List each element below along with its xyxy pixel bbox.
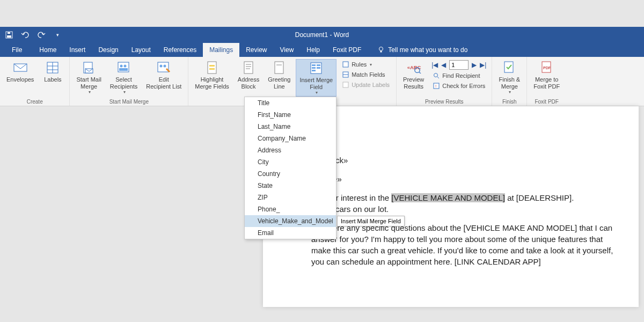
svg-point-13: [120, 65, 122, 68]
merge-field-option[interactable]: Address: [245, 144, 336, 156]
tab-references[interactable]: References: [157, 43, 203, 57]
address-block-button[interactable]: Address Block: [235, 59, 262, 91]
greeting-line-label: Greeting Line: [268, 76, 290, 90]
merge-field-option[interactable]: Title: [245, 97, 336, 109]
svg-rect-30: [317, 64, 320, 66]
tab-design[interactable]: Design: [92, 43, 125, 57]
svg-rect-45: [504, 62, 513, 72]
merge-field-option[interactable]: Vehicle_Make_and_Model: [245, 215, 336, 227]
tab-review[interactable]: Review: [239, 43, 273, 57]
svg-rect-21: [209, 68, 215, 70]
start-mail-merge-label: Start Mail Merge: [76, 76, 101, 90]
svg-rect-4: [380, 51, 382, 53]
svg-rect-2: [8, 32, 10, 34]
tab-foxit-pdf[interactable]: Foxit PDF: [326, 43, 368, 57]
insert-merge-field-button[interactable]: Insert Merge Field▾: [296, 59, 336, 97]
labels-icon: [45, 60, 60, 75]
group-foxit-label: Foxit PDF: [535, 99, 558, 105]
merge-field-option[interactable]: Phone_: [245, 203, 336, 215]
merge-field-option[interactable]: Country: [245, 168, 336, 180]
labels-label: Labels: [44, 76, 61, 83]
address-block-field: essBlock»: [311, 155, 617, 166]
qat-customize-icon[interactable]: ▾: [53, 30, 62, 40]
first-record-icon[interactable]: |◀: [431, 61, 438, 69]
save-icon[interactable]: [4, 30, 14, 40]
record-nav: |◀ ◀ ▶ ▶|: [431, 60, 486, 70]
last-record-icon[interactable]: ▶|: [480, 61, 486, 69]
svg-line-40: [419, 72, 421, 74]
insert-merge-field-label: Insert Merge Field: [299, 77, 333, 90]
envelopes-button[interactable]: Envelopes: [3, 59, 37, 84]
svg-point-17: [160, 65, 163, 68]
preview-results-icon: «ABC»: [406, 60, 421, 75]
chevron-down-icon: ▾: [123, 90, 126, 94]
tab-file[interactable]: File: [5, 43, 28, 57]
update-labels-label: Update Labels: [352, 82, 390, 88]
edit-recipients-icon: [156, 60, 171, 75]
tab-insert[interactable]: Insert: [63, 43, 92, 57]
next-record-icon[interactable]: ▶: [472, 61, 477, 69]
highlight-icon: [204, 60, 219, 75]
highlight-merge-fields-button[interactable]: Highlight Merge Fields: [192, 59, 232, 91]
prev-record-icon[interactable]: ◀: [441, 61, 446, 69]
tell-me-search[interactable]: Tell me what you want to do: [377, 43, 467, 57]
labels-button[interactable]: Labels: [39, 59, 66, 84]
match-fields-label: Match Fields: [352, 71, 385, 78]
tab-view[interactable]: View: [274, 43, 301, 57]
merge-field-dropdown: TitleFirst_NameLast_NameCompany_NameAddr…: [244, 97, 336, 239]
svg-point-3: [379, 47, 383, 51]
tab-layout[interactable]: Layout: [125, 43, 157, 57]
rules-icon: [342, 61, 349, 68]
tab-mailings[interactable]: Mailings: [203, 43, 239, 57]
group-create-label: Create: [27, 99, 43, 105]
svg-point-18: [164, 65, 166, 68]
merge-field-option[interactable]: ZIP: [245, 192, 336, 203]
merge-field-option[interactable]: City: [245, 156, 336, 168]
group-create: Envelopes Labels Create: [0, 57, 70, 106]
merge-field-option[interactable]: First_Name: [245, 109, 336, 121]
chevron-down-icon: ▾: [316, 90, 318, 95]
merge-field-option[interactable]: Last_Name: [245, 121, 336, 133]
record-number-input[interactable]: [449, 60, 469, 70]
recipients-icon: [116, 60, 131, 75]
select-recipients-label: Select Recipients: [110, 76, 137, 90]
address-block-label: Address Block: [238, 76, 259, 90]
rules-button[interactable]: Rules▾: [341, 60, 391, 69]
check-errors-icon: !: [433, 82, 440, 90]
svg-rect-26: [275, 62, 283, 74]
update-labels-icon: [342, 81, 349, 89]
merge-field-option[interactable]: Email: [245, 227, 336, 239]
para-2: Are there any specific questions about t…: [311, 222, 617, 267]
find-recipient-label: Find Recipient: [442, 72, 480, 79]
highlight-label: Highlight Merge Fields: [195, 76, 229, 90]
greeting-line-field: ingLine»: [311, 173, 617, 185]
find-recipient-button[interactable]: Find Recipient: [431, 71, 486, 80]
preview-results-button[interactable]: «ABC» Preview Results: [400, 59, 427, 91]
start-mail-merge-button[interactable]: Start Mail Merge▾: [73, 59, 104, 96]
finish-merge-button[interactable]: Finish & Merge▾: [495, 59, 523, 96]
lightbulb-icon: [377, 46, 385, 54]
chevron-down-icon: ▾: [370, 62, 372, 67]
match-fields-button[interactable]: Match Fields: [341, 70, 391, 79]
check-errors-button[interactable]: ! Check for Errors: [431, 82, 486, 90]
merge-field-option[interactable]: State: [245, 180, 336, 192]
redo-icon[interactable]: [36, 30, 46, 40]
tab-help[interactable]: Help: [300, 43, 326, 57]
tab-home[interactable]: Home: [33, 43, 63, 57]
select-recipients-button[interactable]: Select Recipients▾: [107, 59, 141, 96]
greeting-line-button[interactable]: Greeting Line: [265, 59, 294, 91]
svg-rect-33: [312, 70, 316, 71]
para-1: for your interest in the [VEHICLE MAKE A…: [311, 192, 617, 215]
svg-rect-20: [209, 65, 215, 67]
svg-rect-22: [244, 62, 253, 74]
group-foxit-pdf: PDF Merge to Foxit PDF Foxit PDF: [527, 57, 566, 106]
match-fields-icon: [342, 71, 349, 78]
rules-label: Rules: [352, 61, 367, 68]
merge-to-foxit-button[interactable]: PDF Merge to Foxit PDF: [530, 59, 563, 91]
check-errors-label: Check for Errors: [442, 83, 485, 89]
undo-icon[interactable]: [20, 30, 30, 40]
edit-recipient-list-button[interactable]: Edit Recipient List: [143, 59, 185, 91]
svg-rect-29: [312, 64, 316, 66]
menu-bar: File Home Insert Design Layout Reference…: [0, 43, 644, 57]
merge-field-option[interactable]: Company_Name: [245, 133, 336, 144]
